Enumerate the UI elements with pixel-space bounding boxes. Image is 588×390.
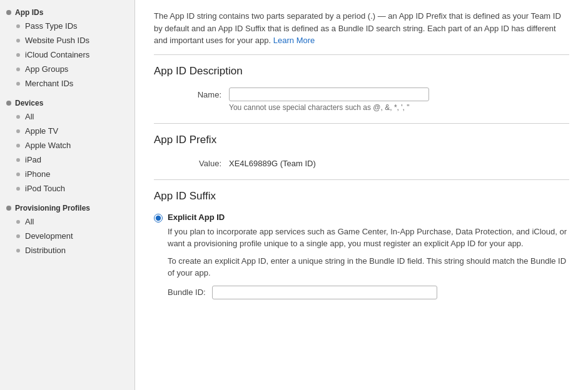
sidebar-item-ipad[interactable]: iPad bbox=[0, 152, 134, 167]
dot-icon bbox=[16, 144, 20, 148]
sidebar-item-label: Website Push IDs bbox=[25, 36, 89, 45]
sidebar-item-label: iPod Touch bbox=[25, 184, 65, 193]
sidebar-item-label: Pass Type IDs bbox=[25, 21, 78, 31]
explicit-radio-label: Explicit App ID bbox=[168, 212, 569, 222]
sidebar-item-development[interactable]: Development bbox=[0, 229, 134, 243]
dot-icon bbox=[16, 82, 20, 86]
dot-icon bbox=[16, 115, 20, 119]
sidebar-item-label: Development bbox=[25, 231, 73, 241]
sidebar-section-provisioning-label: Provisioning Profiles bbox=[15, 204, 90, 212]
sidebar-item-label: Apple TV bbox=[25, 126, 58, 136]
sidebar-item-label: All bbox=[25, 112, 34, 121]
dot-icon bbox=[16, 53, 20, 57]
bundle-id-label: Bundle ID: bbox=[168, 288, 206, 297]
prefix-section-title: App ID Prefix bbox=[154, 134, 569, 146]
bundle-id-row: Bundle ID: bbox=[168, 286, 569, 299]
sidebar-section-provisioning[interactable]: Provisioning Profiles bbox=[0, 201, 134, 214]
sidebar-item-label: Distribution bbox=[25, 246, 66, 255]
bullet-icon bbox=[6, 206, 11, 211]
sidebar: App IDs Pass Type IDs Website Push IDs i… bbox=[0, 0, 135, 390]
name-hint: You cannot use special characters such a… bbox=[229, 103, 569, 112]
suffix-section-title: App ID Suffix bbox=[154, 190, 569, 202]
name-label: Name: bbox=[154, 88, 229, 99]
intro-text: The App ID string contains two parts sep… bbox=[154, 0, 569, 54]
learn-more-link[interactable]: Learn More bbox=[273, 36, 315, 45]
sidebar-item-label: iPhone bbox=[25, 169, 50, 179]
sidebar-item-label: All bbox=[25, 217, 34, 226]
sidebar-section-devices[interactable]: Devices bbox=[0, 96, 134, 109]
sidebar-item-ipod-touch[interactable]: iPod Touch bbox=[0, 181, 134, 196]
sidebar-item-pass-type-ids[interactable]: Pass Type IDs bbox=[0, 19, 134, 33]
sidebar-section-app-ids[interactable]: App IDs bbox=[0, 5, 134, 19]
dot-icon bbox=[16, 249, 20, 252]
dot-icon bbox=[16, 172, 20, 176]
dot-icon bbox=[16, 39, 20, 42]
bullet-icon bbox=[6, 10, 11, 15]
bundle-id-input[interactable] bbox=[212, 286, 437, 299]
name-input-area: You cannot use special characters such a… bbox=[229, 88, 569, 112]
bullet-icon bbox=[6, 101, 11, 106]
dot-icon bbox=[16, 129, 20, 133]
sidebar-item-icloud-containers[interactable]: iCloud Containers bbox=[0, 48, 134, 62]
dot-icon bbox=[16, 187, 20, 191]
description-section-title: App ID Description bbox=[154, 65, 569, 78]
value-row: Value: XE4L69889G (Team ID) bbox=[154, 156, 569, 168]
sidebar-item-label: Apple Watch bbox=[25, 141, 71, 150]
main-content: The App ID string contains two parts sep… bbox=[135, 0, 588, 390]
sidebar-item-iphone[interactable]: iPhone bbox=[0, 167, 134, 181]
sidebar-item-website-push-ids[interactable]: Website Push IDs bbox=[0, 33, 134, 48]
explicit-radio-content: Explicit App ID If you plan to incorpora… bbox=[168, 212, 569, 299]
dot-icon bbox=[16, 68, 20, 71]
name-row: Name: You cannot use special characters … bbox=[154, 88, 569, 112]
dot-icon bbox=[16, 220, 20, 224]
sidebar-item-label: iPad bbox=[25, 155, 41, 164]
app-id-prefix-section: App ID Prefix Value: XE4L69889G (Team ID… bbox=[154, 124, 569, 179]
app-id-suffix-section: App ID Suffix Explicit App ID If you pla… bbox=[154, 180, 569, 313]
explicit-app-id-option: Explicit App ID If you plan to incorpora… bbox=[154, 212, 569, 299]
prefix-value: XE4L69889G (Team ID) bbox=[229, 156, 316, 168]
sidebar-item-distribution[interactable]: Distribution bbox=[0, 243, 134, 258]
sidebar-section-app-ids-label: App IDs bbox=[15, 8, 43, 17]
sidebar-item-app-groups[interactable]: App Groups bbox=[0, 62, 134, 76]
sidebar-item-label: App Groups bbox=[25, 64, 68, 74]
explicit-desc-1: If you plan to incorporate app services … bbox=[168, 226, 569, 250]
dot-icon bbox=[16, 158, 20, 162]
sidebar-item-label: iCloud Containers bbox=[25, 50, 89, 59]
sidebar-item-label: Merchant IDs bbox=[25, 79, 73, 88]
sidebar-item-apple-watch[interactable]: Apple Watch bbox=[0, 138, 134, 152]
name-input[interactable] bbox=[229, 88, 429, 101]
explicit-radio[interactable] bbox=[154, 214, 163, 222]
sidebar-item-merchant-ids[interactable]: Merchant IDs bbox=[0, 76, 134, 91]
sidebar-item-apple-tv[interactable]: Apple TV bbox=[0, 124, 134, 138]
sidebar-item-all-profiles[interactable]: All bbox=[0, 214, 134, 229]
explicit-desc-2: To create an explicit App ID, enter a un… bbox=[168, 255, 569, 279]
sidebar-item-all-devices[interactable]: All bbox=[0, 109, 134, 124]
value-label: Value: bbox=[154, 156, 229, 168]
sidebar-section-devices-label: Devices bbox=[15, 99, 43, 108]
dot-icon bbox=[16, 24, 20, 28]
app-id-description-section: App ID Description Name: You cannot use … bbox=[154, 55, 569, 123]
dot-icon bbox=[16, 234, 20, 238]
